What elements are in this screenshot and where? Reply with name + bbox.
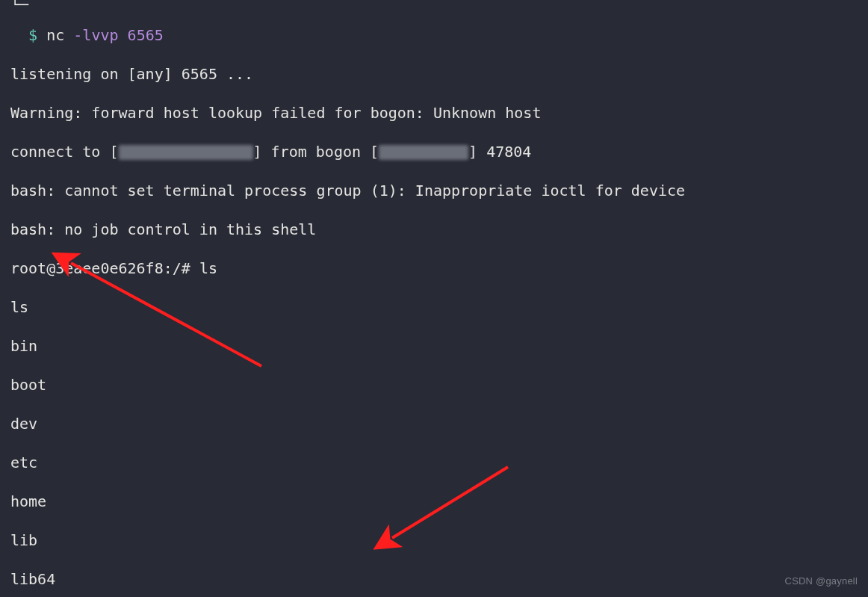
shell-line-ls: root@3eaee0e626f8:/# ls	[10, 259, 858, 278]
warning-line: Warning: forward host lookup failed for …	[10, 103, 858, 123]
ls-item: lib	[10, 531, 858, 550]
ls-echo: ls	[10, 297, 858, 317]
ls-item: etc	[10, 453, 858, 472]
terminal-output[interactable]: $ nc -lvvp 6565 listening on [any] 6565 …	[0, 0, 868, 597]
cmd-nc-args: -lvvp	[73, 26, 118, 44]
bracket-r2: ]	[468, 143, 477, 161]
bracket-l1: [	[109, 143, 118, 161]
cmd-ls: ls	[199, 259, 217, 277]
connect-pre: connect to	[10, 143, 109, 161]
ls-item: lib64	[10, 569, 858, 589]
watermark: CSDN @gaynell	[785, 572, 858, 591]
prompt-corner: └─	[10, 0, 28, 9]
redacted-ip-2	[379, 145, 468, 160]
listening-line: listening on [any] 6565 ...	[10, 64, 858, 84]
command-line-nc: $ nc -lvvp 6565	[10, 25, 858, 45]
connect-line: connect to [] from bogon [] 47804	[10, 142, 858, 161]
prompt-symbol: $	[28, 26, 37, 44]
redacted-ip-1	[119, 145, 253, 160]
bracket-l2: [	[370, 143, 379, 161]
connect-mid: from bogon	[262, 143, 371, 161]
bash-error-2: bash: no job control in this shell	[10, 220, 858, 239]
ls-item: boot	[10, 375, 858, 395]
bracket-r1: ]	[253, 143, 262, 161]
ls-item: bin	[10, 336, 858, 356]
connect-post: 47804	[477, 143, 531, 161]
ls-item: dev	[10, 414, 858, 433]
cmd-nc: nc	[46, 26, 64, 44]
bash-error-1: bash: cannot set terminal process group …	[10, 181, 858, 200]
cmd-nc-port: 6565	[128, 26, 164, 44]
ls-item: home	[10, 492, 858, 511]
shell-prompt: root@3eaee0e626f8:/#	[10, 259, 199, 277]
